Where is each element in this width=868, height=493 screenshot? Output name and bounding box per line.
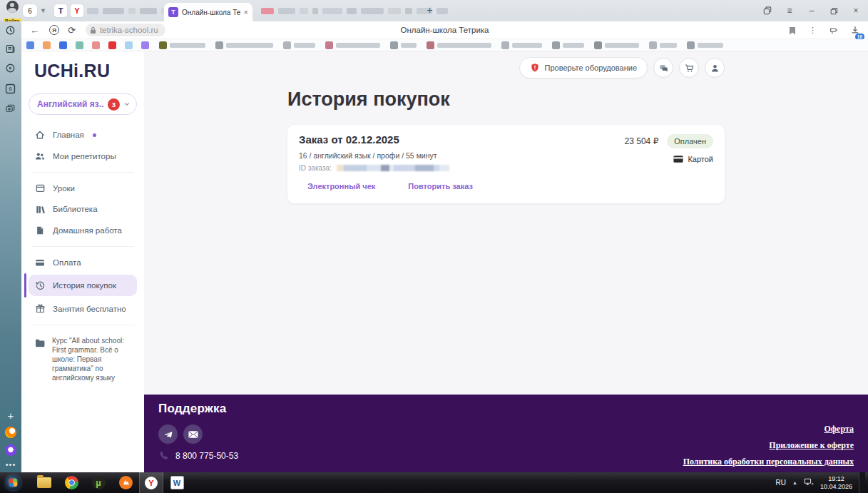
pinned-tab-yandex[interactable]: Y (71, 4, 83, 17)
chevron-down-icon[interactable]: ▼ (40, 7, 46, 14)
yandex-search-icon[interactable]: Я (49, 25, 59, 35)
new-tab-button[interactable]: + (424, 5, 436, 17)
bookmark-favicon[interactable] (26, 41, 34, 49)
history-icon[interactable] (5, 25, 16, 39)
more-options-icon[interactable]: ⋮ (809, 26, 817, 35)
bookmark-favicon[interactable] (92, 41, 100, 49)
network-icon[interactable] (804, 477, 814, 489)
inactive-tab[interactable] (361, 8, 384, 14)
feed-icon[interactable] (5, 44, 16, 57)
back-icon[interactable]: ← (30, 25, 39, 36)
sidebar-item-lessons[interactable]: Уроки (29, 180, 137, 197)
tab-panel-icon[interactable] (762, 6, 772, 15)
offer-link[interactable]: Оферта (683, 421, 854, 437)
chat-button[interactable] (653, 58, 673, 78)
sidebar-item-home[interactable]: Главная (29, 126, 137, 143)
bookmark-item[interactable] (687, 41, 723, 49)
refresh-icon[interactable]: ⟳ (68, 25, 76, 36)
tab-count-button[interactable]: 6 (23, 4, 37, 17)
subject-selector[interactable]: Английский яз... 3 (29, 93, 137, 115)
active-tab[interactable]: T Онлайн-школа Тетрик... × (164, 3, 252, 21)
screenshot-icon[interactable] (5, 103, 16, 117)
taskbar-avast[interactable] (112, 472, 139, 493)
sidebar-item-homework[interactable]: Домашняя работа (29, 222, 137, 239)
inactive-tabs-right[interactable] (261, 8, 448, 14)
bookmark-favicon[interactable] (125, 41, 133, 49)
sidebar-item-course[interactable]: Курс "All about school: First grammar. В… (29, 336, 137, 382)
tray-clock[interactable]: 19:12 10.04.2026 (820, 475, 852, 490)
bookmark-item[interactable] (159, 41, 205, 49)
telegram-button[interactable] (158, 425, 178, 444)
collections-icon[interactable] (829, 26, 838, 35)
inactive-tab[interactable] (436, 8, 448, 14)
profile-avatar-icon[interactable] (6, 1, 19, 13)
panel-more-icon[interactable]: ••• (6, 462, 16, 467)
offer-appendix-link[interactable]: Приложение к оферте (683, 437, 854, 454)
inactive-tab[interactable] (128, 8, 136, 14)
inactive-tab[interactable] (312, 8, 318, 14)
inactive-tab[interactable] (300, 8, 308, 14)
bookmark-item[interactable] (594, 41, 639, 49)
inactive-tabs-left[interactable] (87, 8, 167, 14)
inactive-tab[interactable] (87, 8, 98, 14)
inactive-tab[interactable] (278, 8, 295, 14)
sidebar-item-library[interactable]: Библиотека (29, 200, 137, 218)
tabs-counter-icon[interactable]: 6 (4, 83, 16, 98)
taskbar-utorrent[interactable]: µ (85, 472, 112, 493)
downloads-button[interactable]: 10 (851, 24, 859, 37)
bookmark-favicon[interactable] (43, 41, 51, 49)
bookmark-favicon[interactable] (59, 41, 67, 49)
bookmark-favicon[interactable] (141, 41, 149, 49)
bookmark-item[interactable] (390, 41, 417, 49)
privacy-policy-link[interactable]: Политика обработки персональных данных (683, 454, 854, 470)
taskbar-yandex-browser-active[interactable]: Y (139, 472, 163, 493)
inactive-tab[interactable] (103, 8, 124, 14)
taskbar-explorer[interactable] (31, 472, 58, 493)
check-equipment-button[interactable]: Проверьте оборудование (519, 57, 648, 78)
bookmark-item[interactable] (215, 41, 273, 49)
restore-window-icon[interactable] (829, 7, 839, 15)
close-window-icon[interactable]: × (851, 6, 861, 16)
inactive-tab[interactable] (388, 8, 401, 14)
taskbar-word[interactable]: W (163, 472, 190, 493)
email-button[interactable] (183, 425, 203, 444)
sidebar-item-purchase-history[interactable]: История покупок (29, 275, 137, 296)
url-field[interactable]: tetrika-school.ru (86, 24, 165, 36)
uchi-ru-logo[interactable]: UCHi.RU (34, 61, 137, 81)
profile-button[interactable] (705, 58, 725, 78)
bookmark-item[interactable] (501, 41, 542, 49)
bookmark-item[interactable] (649, 41, 677, 49)
minimize-window-icon[interactable]: – (807, 6, 817, 16)
yandex-music-icon[interactable] (5, 427, 16, 438)
repeat-order-link[interactable]: Повторить заказ (408, 182, 473, 190)
bookmark-item[interactable] (325, 41, 380, 49)
close-tab-icon[interactable]: × (244, 8, 248, 16)
sidebar-item-payment[interactable]: Оплата (29, 254, 137, 271)
bookmark-item[interactable] (427, 41, 491, 49)
tray-expand-icon[interactable]: ▲ (792, 480, 797, 485)
inactive-tab[interactable] (405, 8, 412, 14)
browser-menu-icon[interactable]: ≡ (785, 6, 795, 16)
receipt-link[interactable]: Электронный чек (307, 182, 375, 190)
taskbar-chrome[interactable] (58, 472, 85, 493)
video-icon[interactable] (5, 63, 16, 76)
support-phone[interactable]: 8 800 775-50-53 (175, 451, 238, 461)
start-button[interactable] (6, 475, 21, 490)
bookmark-favicon[interactable] (76, 41, 83, 49)
alice-assistant-icon[interactable] (5, 444, 16, 456)
cart-button[interactable] (679, 58, 699, 78)
show-desktop-button[interactable] (859, 472, 865, 493)
bookmark-icon[interactable] (789, 26, 796, 35)
bookmark-favicon[interactable] (108, 41, 116, 49)
bookmark-item[interactable] (552, 41, 584, 49)
inactive-tab[interactable] (261, 8, 274, 14)
add-panel-icon[interactable]: + (8, 412, 14, 420)
sidebar-item-free-lessons[interactable]: Занятия бесплатно (29, 300, 137, 317)
inactive-tab[interactable] (140, 8, 157, 14)
bookmark-item[interactable] (283, 41, 315, 49)
inactive-tab[interactable] (347, 8, 357, 14)
language-indicator[interactable]: RU (776, 479, 786, 487)
sidebar-item-tutors[interactable]: Мои репетиторы (29, 148, 137, 165)
pinned-tab-t[interactable]: T (54, 4, 67, 17)
inactive-tab[interactable] (322, 8, 342, 14)
